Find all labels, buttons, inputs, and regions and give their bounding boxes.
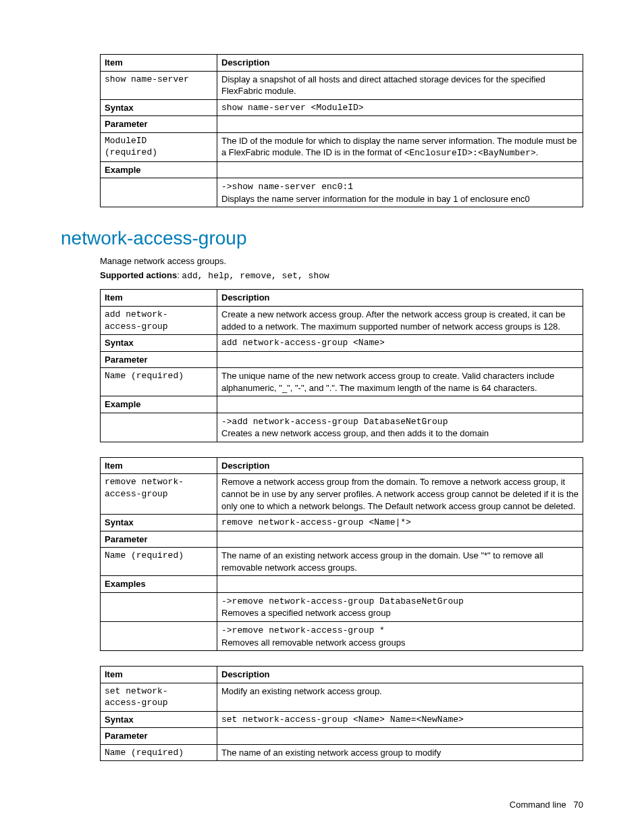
page-number: 70 — [574, 800, 583, 810]
th-description: Description — [217, 55, 583, 72]
syntax-value: remove network-access-group <Name|*> — [217, 515, 583, 531]
param-name: Name (required) — [101, 548, 217, 576]
parameter-label: Parameter — [101, 116, 217, 133]
cmd-name: show name-server — [101, 71, 217, 99]
th-item: Item — [101, 290, 217, 307]
syntax-value: set network-access-group <Name> Name=<Ne… — [217, 711, 583, 728]
syntax-label: Syntax — [101, 711, 217, 728]
section-intro: Manage network access groups. — [100, 256, 583, 266]
param-desc: The ID of the module for which to displa… — [217, 132, 583, 161]
example-blank — [101, 592, 217, 621]
section-title: network-access-group — [61, 228, 583, 249]
example-content: ->remove network-access-group * Removes … — [217, 621, 583, 650]
content-area: Item Description show name-server Displa… — [100, 54, 583, 761]
cmd-name: remove network-access-group — [101, 474, 217, 515]
syntax-label: Syntax — [101, 335, 217, 352]
example-blank — [101, 621, 217, 650]
footer-label: Command line — [510, 800, 566, 810]
example-empty — [217, 396, 583, 413]
parameter-empty — [217, 728, 583, 745]
th-item: Item — [101, 457, 217, 474]
example-empty — [217, 161, 583, 178]
example-content: ->show name-server enc0:1 Displays the n… — [217, 178, 583, 207]
examples-empty — [217, 576, 583, 593]
table-show-name-server: Item Description show name-server Displa… — [100, 54, 583, 207]
syntax-label: Syntax — [101, 99, 217, 116]
cmd-desc: Remove a network access group from the d… — [217, 474, 583, 515]
th-description: Description — [217, 667, 583, 683]
param-name: Name (required) — [101, 744, 217, 761]
syntax-value: add network-access-group <Name> — [217, 335, 583, 352]
syntax-value: show name-server <ModuleID> — [217, 99, 583, 116]
table-add-nag: Item Description add network-access-grou… — [100, 289, 583, 442]
syntax-label: Syntax — [101, 515, 217, 531]
example-content: ->remove network-access-group DatabaseNe… — [217, 592, 583, 621]
parameter-label: Parameter — [101, 351, 217, 368]
param-desc: The name of an existing network access g… — [217, 548, 583, 576]
th-item: Item — [101, 55, 217, 72]
example-label: Example — [101, 396, 217, 413]
parameter-empty — [217, 351, 583, 368]
cmd-desc: Create a new network access group. After… — [217, 307, 583, 335]
parameter-label: Parameter — [101, 728, 217, 745]
cmd-name: add network-access-group — [101, 307, 217, 335]
th-description: Description — [217, 457, 583, 474]
cmd-desc: Display a snapshot of all hosts and dire… — [217, 71, 583, 99]
parameter-empty — [217, 116, 583, 133]
param-name: Name (required) — [101, 368, 217, 396]
th-item: Item — [101, 667, 217, 683]
parameter-label: Parameter — [101, 531, 217, 548]
supported-actions: Supported actions: add, help, remove, se… — [100, 270, 583, 281]
table-remove-nag: Item Description remove network-access-g… — [100, 457, 583, 651]
param-name: ModuleID(required) — [101, 132, 217, 161]
table-set-nag: Item Description set network-access-grou… — [100, 666, 583, 761]
example-blank — [101, 413, 217, 442]
cmd-desc: Modify an existing network access group. — [217, 683, 583, 711]
examples-label: Examples — [101, 576, 217, 593]
cmd-name: set network-access-group — [101, 683, 217, 711]
page-footer: Command line 70 — [510, 800, 583, 810]
parameter-empty — [217, 531, 583, 548]
param-desc: The unique name of the new network acces… — [217, 368, 583, 396]
page: Item Description show name-server Displa… — [0, 0, 644, 834]
th-description: Description — [217, 290, 583, 307]
param-desc: The name of an existing network access g… — [217, 744, 583, 761]
example-blank — [101, 178, 217, 207]
example-content: ->add network-access-group DatabaseNetGr… — [217, 413, 583, 442]
example-label: Example — [101, 161, 217, 178]
